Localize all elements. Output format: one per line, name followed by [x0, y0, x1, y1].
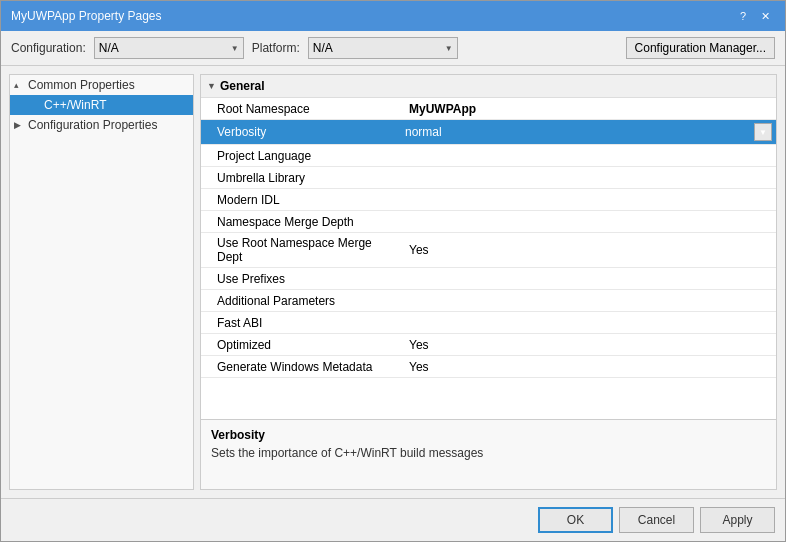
section-toggle-general[interactable]: ▼	[207, 81, 216, 91]
main-content: ▴ Common Properties C++/WinRT ▶ Configur…	[1, 66, 785, 498]
tree-item-common-properties[interactable]: ▴ Common Properties	[10, 75, 193, 95]
prop-value-namespace-merge-depth	[401, 219, 776, 225]
tree-label-common-properties: Common Properties	[28, 78, 135, 92]
apply-button[interactable]: Apply	[700, 507, 775, 533]
prop-row-project-language[interactable]: Project Language	[201, 145, 776, 167]
configuration-label: Configuration:	[11, 41, 86, 55]
prop-value-additional-parameters	[401, 298, 776, 304]
prop-name-project-language: Project Language	[201, 146, 401, 166]
prop-row-modern-idl[interactable]: Modern IDL	[201, 189, 776, 211]
config-bar: Configuration: N/A ▼ Platform: N/A ▼ Con…	[1, 31, 785, 66]
prop-row-root-namespace[interactable]: Root Namespace MyUWPApp	[201, 98, 776, 120]
prop-name-generate-windows-metadata: Generate Windows Metadata	[201, 357, 401, 377]
title-bar-controls: ? ✕	[733, 7, 775, 25]
prop-value-generate-windows-metadata: Yes	[401, 357, 776, 377]
description-text: Sets the importance of C++/WinRT build m…	[211, 446, 766, 460]
prop-name-use-prefixes: Use Prefixes	[201, 269, 401, 289]
prop-value-verbosity: normal	[405, 125, 442, 139]
prop-row-namespace-merge-depth[interactable]: Namespace Merge Depth	[201, 211, 776, 233]
prop-row-additional-parameters[interactable]: Additional Parameters	[201, 290, 776, 312]
prop-row-umbrella-library[interactable]: Umbrella Library	[201, 167, 776, 189]
prop-name-namespace-merge-depth: Namespace Merge Depth	[201, 212, 401, 232]
configuration-dropdown-arrow: ▼	[231, 44, 239, 53]
tree-label-config-properties: Configuration Properties	[28, 118, 157, 132]
prop-name-modern-idl: Modern IDL	[201, 190, 401, 210]
dialog-title: MyUWPApp Property Pages	[11, 9, 162, 23]
close-button[interactable]: ✕	[755, 7, 775, 25]
properties-area: ▼ General Root Namespace MyUWPApp Verbos…	[201, 75, 776, 419]
platform-dropdown[interactable]: N/A ▼	[308, 37, 458, 59]
properties-panel: ▼ General Root Namespace MyUWPApp Verbos…	[200, 74, 777, 490]
prop-value-modern-idl	[401, 197, 776, 203]
prop-name-additional-parameters: Additional Parameters	[201, 291, 401, 311]
prop-row-optimized[interactable]: Optimized Yes	[201, 334, 776, 356]
prop-value-umbrella-library	[401, 175, 776, 181]
title-bar: MyUWPApp Property Pages ? ✕	[1, 1, 785, 31]
prop-value-project-language	[401, 153, 776, 159]
prop-row-use-prefixes[interactable]: Use Prefixes	[201, 268, 776, 290]
tree-toggle-common: ▴	[14, 80, 28, 90]
ok-button[interactable]: OK	[538, 507, 613, 533]
prop-value-use-root-namespace-merge: Yes	[401, 240, 776, 260]
prop-value-fast-abi	[401, 320, 776, 326]
configuration-manager-button[interactable]: Configuration Manager...	[626, 37, 775, 59]
description-area: Verbosity Sets the importance of C++/Win…	[201, 419, 776, 489]
property-pages-dialog: MyUWPApp Property Pages ? ✕ Configuratio…	[0, 0, 786, 542]
prop-name-verbosity: Verbosity	[201, 122, 401, 142]
tree-item-cppwinrt[interactable]: C++/WinRT	[10, 95, 193, 115]
prop-name-umbrella-library: Umbrella Library	[201, 168, 401, 188]
help-button[interactable]: ?	[733, 7, 753, 25]
prop-name-use-root-namespace-merge: Use Root Namespace Merge Dept	[201, 233, 401, 267]
tree-label-cppwinrt: C++/WinRT	[44, 98, 106, 112]
footer: OK Cancel Apply	[1, 498, 785, 541]
prop-value-verbosity-container: normal ▼	[401, 120, 776, 144]
prop-value-optimized: Yes	[401, 335, 776, 355]
tree-panel: ▴ Common Properties C++/WinRT ▶ Configur…	[9, 74, 194, 490]
prop-row-verbosity[interactable]: Verbosity normal ▼	[201, 120, 776, 145]
description-title: Verbosity	[211, 428, 766, 442]
prop-name-root-namespace: Root Namespace	[201, 99, 401, 119]
prop-row-generate-windows-metadata[interactable]: Generate Windows Metadata Yes	[201, 356, 776, 378]
configuration-value: N/A	[99, 41, 119, 55]
platform-label: Platform:	[252, 41, 300, 55]
prop-row-use-root-namespace-merge[interactable]: Use Root Namespace Merge Dept Yes	[201, 233, 776, 268]
prop-name-fast-abi: Fast ABI	[201, 313, 401, 333]
prop-row-fast-abi[interactable]: Fast ABI	[201, 312, 776, 334]
cancel-button[interactable]: Cancel	[619, 507, 694, 533]
section-label-general: General	[220, 79, 265, 93]
prop-name-optimized: Optimized	[201, 335, 401, 355]
prop-value-root-namespace: MyUWPApp	[401, 99, 776, 119]
section-header-general: ▼ General	[201, 75, 776, 98]
platform-value: N/A	[313, 41, 333, 55]
configuration-dropdown[interactable]: N/A ▼	[94, 37, 244, 59]
platform-dropdown-arrow: ▼	[445, 44, 453, 53]
tree-item-config-properties[interactable]: ▶ Configuration Properties	[10, 115, 193, 135]
prop-value-use-prefixes	[401, 276, 776, 282]
tree-toggle-config: ▶	[14, 120, 28, 130]
verbosity-dropdown-arrow[interactable]: ▼	[754, 123, 772, 141]
